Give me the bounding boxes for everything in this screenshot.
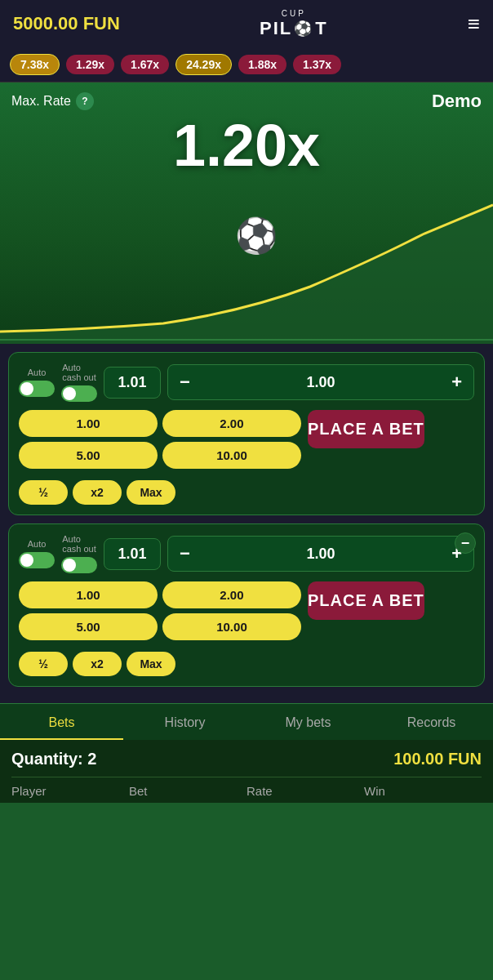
quick-bet-5-00[interactable]: 5.00 xyxy=(19,442,158,469)
auto-label-1: Auto xyxy=(28,368,47,377)
place-bet-btn-1[interactable]: PLACE A BET xyxy=(308,410,424,448)
quick-bet-10-00[interactable]: 10.00 xyxy=(162,442,301,469)
multiplier-badge-4[interactable]: 1.88x xyxy=(238,55,286,74)
multiplier-bar: 7.38x 1.29x 1.67x 24.29x 1.88x 1.37x xyxy=(0,47,493,82)
auto-cashout-thumb-2 xyxy=(63,559,76,572)
header: 5000.00 FUN CUP PIL ⚽ T ≡ xyxy=(0,0,493,47)
auto-cashout-group-2: Autocash out xyxy=(61,534,97,573)
bet-amount-control-2: − 1.00 + xyxy=(167,536,474,572)
col-player: Player xyxy=(11,784,129,798)
auto-cashout-thumb-1 xyxy=(63,387,76,400)
panel1-right: PLACE A BET xyxy=(308,410,474,505)
bet-panel-2: − Auto Autocash out 1.01 − 1.00 xyxy=(8,523,485,687)
panel2-row1: Auto Autocash out 1.01 − 1.00 + xyxy=(19,534,474,573)
panel1-grid: 1.00 2.00 5.00 10.00 ½ x2 Max PLACE A BE… xyxy=(19,410,474,505)
bet-decrease-2[interactable]: − xyxy=(168,537,202,571)
auto-cashout-toggle-1[interactable] xyxy=(61,385,97,402)
quantity-row: Quantity: 2 100.00 FUN xyxy=(11,750,482,768)
panel1-left: 1.00 2.00 5.00 10.00 ½ x2 Max xyxy=(19,410,301,505)
game-curve xyxy=(0,180,493,344)
max-rate-label: Max. Rate ? xyxy=(11,92,94,110)
frac-max-1[interactable]: Max xyxy=(127,480,175,505)
frac-x2-2[interactable]: x2 xyxy=(73,652,122,676)
bet-decrease-1[interactable]: − xyxy=(168,365,202,399)
quick-bet2-10-00[interactable]: 10.00 xyxy=(162,613,301,640)
bottom-tabs: Bets History My bets Records xyxy=(0,703,493,740)
auto-cashout-label-2: Autocash out xyxy=(62,534,96,554)
game-area: Max. Rate ? Demo 1.20x ⚽ xyxy=(0,82,493,344)
tab-history[interactable]: History xyxy=(123,704,246,740)
quick-bet-1-00[interactable]: 1.00 xyxy=(19,410,158,437)
table-header: Player Bet Rate Win xyxy=(11,777,482,798)
quantity-label: Quantity: 2 xyxy=(11,750,96,768)
place-bet-btn-2[interactable]: PLACE A BET xyxy=(308,581,424,620)
quick-bet2-2-00[interactable]: 2.00 xyxy=(162,581,301,608)
auto-cashout-group-1: Autocash out xyxy=(61,363,97,402)
auto-label-2: Auto xyxy=(28,539,47,549)
auto-toggle-group-1: Auto xyxy=(19,368,55,397)
tab-records[interactable]: Records xyxy=(370,704,493,740)
panel2-grid: 1.00 2.00 5.00 10.00 ½ x2 Max PLACE A BE… xyxy=(19,581,474,676)
balance-display: 5000.00 FUN xyxy=(13,13,120,34)
col-rate: Rate xyxy=(246,784,364,798)
quick-bet2-5-00[interactable]: 5.00 xyxy=(19,613,158,640)
multiplier-badge-2[interactable]: 1.67x xyxy=(121,55,169,74)
frac-half-1[interactable]: ½ xyxy=(19,480,68,505)
col-bet: Bet xyxy=(129,784,246,798)
panel2-left: 1.00 2.00 5.00 10.00 ½ x2 Max xyxy=(19,581,301,676)
multiplier-badge-3[interactable]: 24.29x xyxy=(175,54,232,75)
tab-my-bets[interactable]: My bets xyxy=(246,704,370,740)
logo-pilot-text: PIL ⚽ T xyxy=(260,18,328,39)
auto-toggle-1[interactable] xyxy=(19,381,55,397)
col-win: Win xyxy=(364,784,482,798)
auto-toggle-2[interactable] xyxy=(19,552,55,568)
frac-half-2[interactable]: ½ xyxy=(19,652,68,676)
frac-x2-1[interactable]: x2 xyxy=(73,480,122,505)
frac-row-1: ½ x2 Max xyxy=(19,480,301,505)
bet-amount-val-1: 1.00 xyxy=(202,374,440,391)
multiplier-badge-0[interactable]: 7.38x xyxy=(10,54,60,75)
bet-amount-val-2: 1.00 xyxy=(202,546,440,563)
cashout-value-2[interactable]: 1.01 xyxy=(104,538,161,570)
quick-bet-2-00[interactable]: 2.00 xyxy=(162,410,301,437)
demo-badge: Demo xyxy=(432,91,482,112)
auto-toggle-group-2: Auto xyxy=(19,539,55,568)
tab-bets[interactable]: Bets xyxy=(0,704,123,740)
auto-toggle-thumb-2 xyxy=(20,554,33,567)
frac-row-2: ½ x2 Max xyxy=(19,652,301,676)
quantity-amount: 100.00 FUN xyxy=(393,750,482,768)
current-multiplier: 1.20x xyxy=(0,112,493,179)
info-icon[interactable]: ? xyxy=(76,92,94,110)
bottom-info: Quantity: 2 100.00 FUN Player Bet Rate W… xyxy=(0,740,493,803)
cashout-value-1[interactable]: 1.01 xyxy=(104,367,161,399)
menu-button[interactable]: ≡ xyxy=(468,11,480,37)
betting-section: Auto Autocash out 1.01 − 1.00 + xyxy=(0,344,493,703)
bet-amount-control-1: − 1.00 + xyxy=(167,364,474,400)
quick-bet2-1-00[interactable]: 1.00 xyxy=(19,581,158,608)
auto-toggle-thumb-1 xyxy=(20,382,33,395)
remove-panel-btn[interactable]: − xyxy=(455,532,476,554)
multiplier-badge-5[interactable]: 1.37x xyxy=(293,55,341,74)
logo-cup-text: CUP xyxy=(282,9,306,18)
panel2-right: PLACE A BET xyxy=(308,581,474,676)
auto-cashout-label-1: Autocash out xyxy=(62,363,96,382)
frac-max-2[interactable]: Max xyxy=(127,652,175,676)
logo: CUP PIL ⚽ T xyxy=(260,9,328,39)
auto-cashout-toggle-2[interactable] xyxy=(61,557,97,573)
multiplier-badge-1[interactable]: 1.29x xyxy=(66,55,114,74)
logo-soccer-icon: ⚽ xyxy=(294,20,313,38)
bet-panel-1: Auto Autocash out 1.01 − 1.00 + xyxy=(8,352,485,515)
quick-bets-1: 1.00 2.00 5.00 10.00 xyxy=(19,410,301,469)
bet-increase-1[interactable]: + xyxy=(440,365,473,399)
quick-bets-2: 1.00 2.00 5.00 10.00 xyxy=(19,581,301,640)
panel1-row1: Auto Autocash out 1.01 − 1.00 + xyxy=(19,363,474,402)
